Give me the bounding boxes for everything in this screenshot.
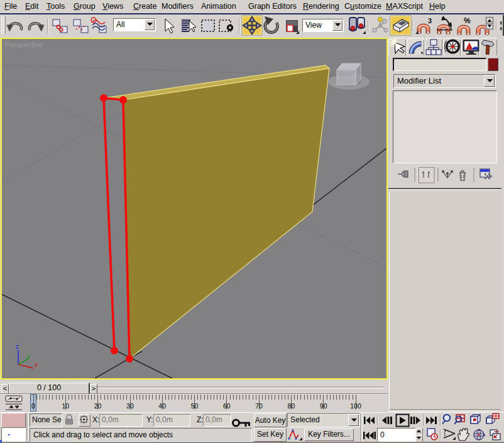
svg-text:80: 80	[288, 402, 295, 410]
svg-text:40: 40	[158, 402, 166, 410]
svg-text:0: 0	[31, 402, 35, 410]
svg-text:100: 100	[350, 402, 361, 410]
svg-text:10: 10	[62, 402, 69, 410]
svg-text:x: x	[35, 361, 38, 368]
svg-text:%: %	[464, 16, 471, 25]
svg-text:70: 70	[255, 402, 263, 410]
svg-text:3: 3	[428, 17, 432, 25]
svg-text:90: 90	[320, 402, 327, 410]
svg-text:50: 50	[191, 402, 199, 410]
svg-text:20: 20	[94, 402, 102, 410]
svg-text:z: z	[16, 343, 19, 350]
svg-text:Perspective: Perspective	[5, 41, 43, 48]
svg-text:60: 60	[223, 402, 231, 410]
svg-text:30: 30	[126, 402, 134, 410]
svg-text:y: y	[27, 353, 30, 359]
